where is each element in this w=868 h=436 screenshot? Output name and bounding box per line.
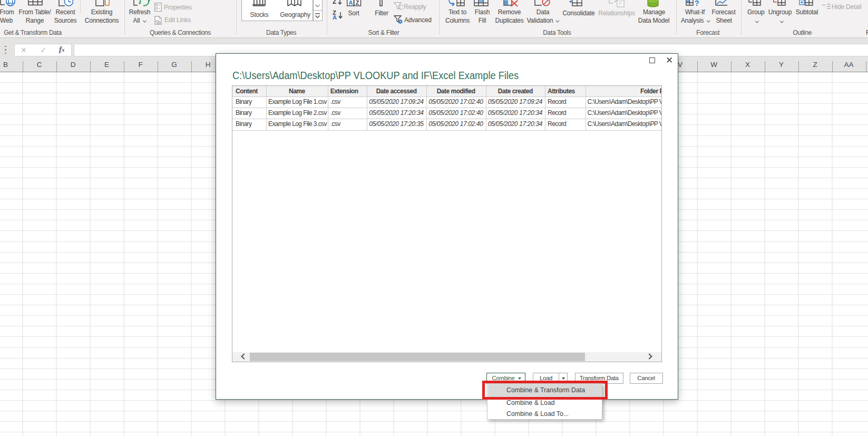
svg-text:Z: Z <box>356 0 359 6</box>
svg-text:A: A <box>348 0 353 6</box>
svg-text:?: ? <box>695 0 699 7</box>
